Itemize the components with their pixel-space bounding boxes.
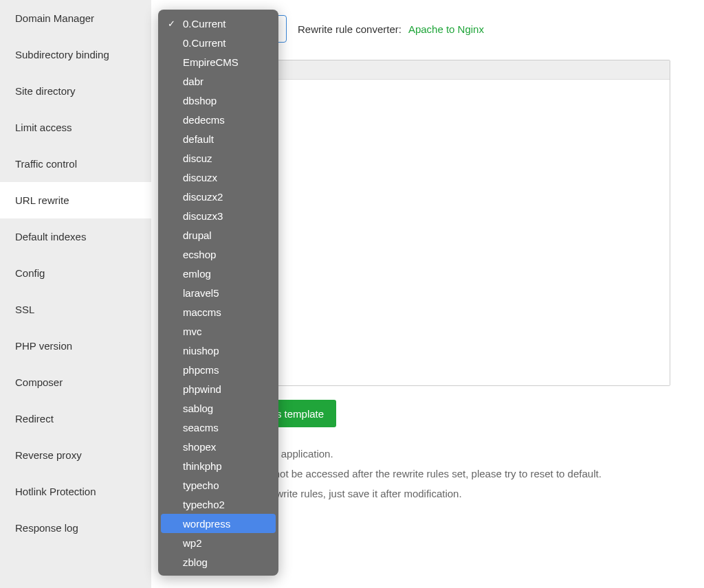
dropdown-option[interactable]: wp2 xyxy=(161,533,276,552)
dropdown-option[interactable]: phpwind xyxy=(161,379,276,398)
dropdown-option-label: discuz xyxy=(183,152,212,164)
dropdown-option-label: discuzx2 xyxy=(183,191,223,203)
dropdown-option-label: dedecms xyxy=(183,114,225,126)
dropdown-option-label: phpwind xyxy=(183,383,221,395)
dropdown-option-label: typecho2 xyxy=(183,499,225,510)
dropdown-option-label: discuzx xyxy=(183,172,217,183)
sidebar-item-default-indexes[interactable]: Default indexes xyxy=(0,218,151,255)
dropdown-option[interactable]: shopex xyxy=(161,437,276,456)
dropdown-option[interactable]: typecho xyxy=(161,475,276,495)
dropdown-option-label: dabr xyxy=(183,76,204,87)
dropdown-option[interactable]: mvc xyxy=(161,321,276,341)
sidebar-item-traffic-control[interactable]: Traffic control xyxy=(0,146,151,182)
dropdown-option[interactable]: thinkphp xyxy=(161,456,276,475)
dropdown-option[interactable]: typecho2 xyxy=(161,495,276,514)
dropdown-option[interactable]: discuzx2 xyxy=(161,187,276,206)
dropdown-option[interactable]: ecshop xyxy=(161,245,276,264)
dropdown-option[interactable]: drupal xyxy=(161,225,276,245)
dropdown-option[interactable]: discuzx xyxy=(161,168,276,187)
sidebar-item-config[interactable]: Config xyxy=(0,255,151,291)
apache-to-nginx-link[interactable]: Apache to Nginx xyxy=(408,23,484,35)
dropdown-option[interactable]: EmpireCMS xyxy=(161,52,276,71)
dropdown-option-label: discuzx3 xyxy=(183,210,223,222)
sidebar-item-hotlink-protection[interactable]: Hotlink Protection xyxy=(0,473,151,510)
sidebar-item-domain-manager[interactable]: Domain Manager xyxy=(0,0,151,36)
sidebar-item-composer[interactable]: Composer xyxy=(0,364,151,400)
dropdown-option-label: emlog xyxy=(183,268,211,280)
dropdown-option[interactable]: ✓0.Current xyxy=(161,14,276,33)
dropdown-option-label: dbshop xyxy=(183,95,217,106)
dropdown-option[interactable]: maccms xyxy=(161,302,276,321)
sidebar-item-reverse-proxy[interactable]: Reverse proxy xyxy=(0,437,151,473)
dropdown-option-label: ecshop xyxy=(183,249,216,260)
dropdown-option-label: zblog xyxy=(183,556,208,568)
dropdown-option[interactable]: wordpress xyxy=(161,514,276,533)
dropdown-option-label: wordpress xyxy=(183,518,230,530)
converter-label: Rewrite rule converter: xyxy=(298,23,402,35)
sidebar-item-subdirectory-binding[interactable]: Subdirectory binding xyxy=(0,36,151,73)
dropdown-option-label: niushop xyxy=(183,345,219,357)
dropdown-option[interactable]: seacms xyxy=(161,418,276,437)
dropdown-option[interactable]: dbshop xyxy=(161,91,276,110)
dropdown-option-label: sablog xyxy=(183,403,213,414)
dropdown-option[interactable]: phpcms xyxy=(161,360,276,379)
dropdown-option[interactable]: laravel5 xyxy=(161,283,276,302)
dropdown-option-label: 0.Current xyxy=(183,18,226,30)
sidebar-item-url-rewrite[interactable]: URL rewrite xyxy=(0,182,151,218)
sidebar-item-redirect[interactable]: Redirect xyxy=(0,400,151,437)
dropdown-option-label: mvc xyxy=(183,326,202,337)
template-dropdown[interactable]: ✓0.Current0.CurrentEmpireCMSdabrdbshopde… xyxy=(158,10,278,576)
dropdown-option-label: 0.Current xyxy=(183,37,226,49)
dropdown-option[interactable]: dabr xyxy=(161,71,276,91)
dropdown-option-label: thinkphp xyxy=(183,460,222,472)
sidebar-item-site-directory[interactable]: Site directory xyxy=(0,73,151,109)
dropdown-option[interactable]: 0.Current xyxy=(161,33,276,52)
dropdown-option[interactable]: emlog xyxy=(161,264,276,283)
sidebar-item-limit-access[interactable]: Limit access xyxy=(0,109,151,146)
sidebar-item-response-log[interactable]: Response log xyxy=(0,510,151,546)
dropdown-option-label: shopex xyxy=(183,441,216,453)
dropdown-option[interactable]: sablog xyxy=(161,398,276,418)
dropdown-option-label: maccms xyxy=(183,306,221,318)
dropdown-option-label: seacms xyxy=(183,422,219,433)
dropdown-option-label: default xyxy=(183,133,214,145)
dropdown-option-label: phpcms xyxy=(183,364,219,376)
dropdown-option-label: drupal xyxy=(183,229,212,241)
check-icon: ✓ xyxy=(168,19,175,29)
dropdown-option[interactable]: dedecms xyxy=(161,110,276,129)
dropdown-option[interactable]: zblog xyxy=(161,552,276,572)
dropdown-option[interactable]: discuz xyxy=(161,148,276,168)
sidebar: Domain Manager Subdirectory binding Site… xyxy=(0,0,151,588)
dropdown-option-label: EmpireCMS xyxy=(183,56,239,68)
dropdown-option-label: laravel5 xyxy=(183,287,219,299)
sidebar-item-ssl[interactable]: SSL xyxy=(0,291,151,328)
sidebar-item-php-version[interactable]: PHP version xyxy=(0,328,151,364)
dropdown-option[interactable]: default xyxy=(161,129,276,148)
dropdown-option-label: wp2 xyxy=(183,537,202,549)
dropdown-option[interactable]: niushop xyxy=(161,341,276,360)
dropdown-option-label: typecho xyxy=(183,479,219,491)
dropdown-option[interactable]: discuzx3 xyxy=(161,206,276,225)
